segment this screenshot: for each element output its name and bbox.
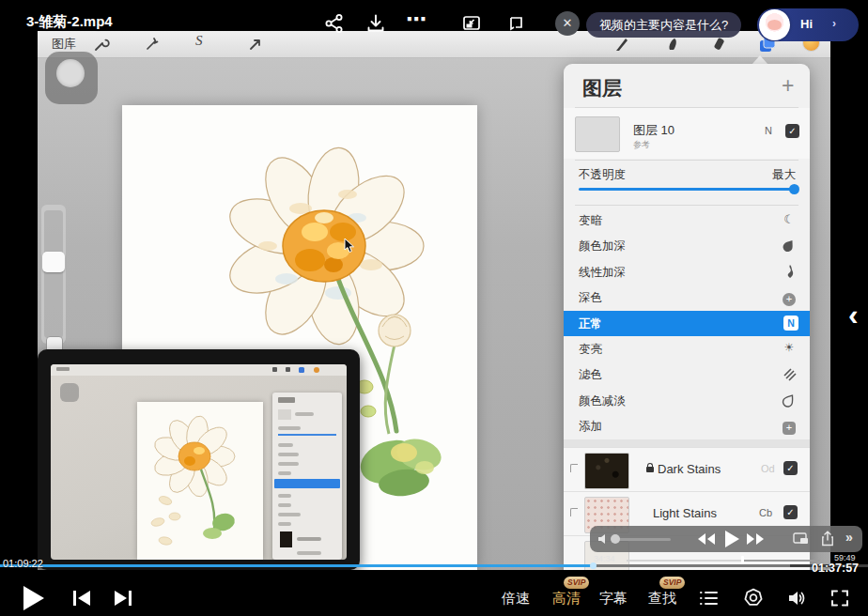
opacity-label: 不透明度 xyxy=(579,167,626,183)
opacity-slider-knob[interactable] xyxy=(789,184,799,194)
eraser-icon[interactable] xyxy=(710,35,729,54)
inset-gallery xyxy=(56,367,70,371)
brush-size-slider[interactable] xyxy=(41,205,66,344)
assistant-pill[interactable]: Hi › xyxy=(757,8,859,41)
layer-blend-code[interactable]: Cb xyxy=(759,507,772,518)
smudge-icon[interactable] xyxy=(663,35,682,54)
current-time: 01:09:22 xyxy=(3,558,43,569)
cast-icon[interactable] xyxy=(504,12,526,35)
drawer-chevron-icon[interactable]: ‹ xyxy=(848,298,859,332)
layer-blend-code[interactable]: Od xyxy=(761,463,775,474)
flame-icon xyxy=(782,264,797,279)
inset-dark-thumb xyxy=(280,531,292,547)
prev-episode-button[interactable] xyxy=(71,589,92,608)
blend-mode-darker-color[interactable]: 深色 + xyxy=(564,285,810,310)
divider xyxy=(575,160,798,161)
ai-question-bubble[interactable]: 视频的主要内容是什么? xyxy=(586,12,741,38)
blend-mode-lighten[interactable]: 变亮 ☀ xyxy=(564,336,810,362)
touch-indicator xyxy=(45,52,98,104)
blend-mode-darken[interactable]: 变暗 ☾ xyxy=(564,208,810,233)
search-button[interactable]: 查找 xyxy=(648,590,676,608)
video-title: 3-雏菊-2.mp4 xyxy=(26,13,113,31)
selection-icon[interactable]: S xyxy=(195,33,214,52)
layers-panel-title: 图层 xyxy=(582,75,622,101)
play-icon[interactable] xyxy=(723,530,740,548)
pip-icon[interactable] xyxy=(793,532,810,546)
sun-icon: ☀ xyxy=(782,341,797,356)
brush-icon[interactable] xyxy=(612,35,631,54)
progress-bar[interactable] xyxy=(0,564,868,567)
wrench-icon[interactable] xyxy=(92,35,111,54)
layer-name: 图层 10 xyxy=(633,122,674,139)
speed-button[interactable]: 倍速 xyxy=(502,590,530,608)
forward-icon[interactable] xyxy=(746,532,765,546)
blend-mode-color-burn[interactable]: 颜色加深 xyxy=(564,233,810,258)
lock-icon xyxy=(646,467,654,472)
add-layer-button[interactable]: + xyxy=(782,73,794,99)
inset-tool-dot xyxy=(286,367,290,372)
layer-thumbnail[interactable] xyxy=(584,453,629,489)
played-bar xyxy=(0,564,590,567)
inset-layers-dot xyxy=(299,367,304,373)
download-icon[interactable] xyxy=(364,12,387,35)
inner-elapsed-time: 34:34 xyxy=(594,554,615,563)
divider xyxy=(575,205,798,206)
rewind-icon[interactable] xyxy=(697,532,716,546)
svip-badge: SVIP xyxy=(659,577,685,589)
layer-thumbnail[interactable] xyxy=(575,116,620,152)
svip-badge: SVIP xyxy=(564,577,589,589)
inset-tool-dot xyxy=(272,367,277,372)
volume-knob[interactable] xyxy=(611,534,620,544)
video-content[interactable]: 图库 S xyxy=(38,31,830,570)
chevron-right-icon: › xyxy=(832,17,836,30)
blend-mode-linear-burn[interactable]: 线性加深 xyxy=(564,259,810,285)
pip-icon[interactable] xyxy=(460,12,483,35)
blend-mode-add[interactable]: 添加 + xyxy=(564,413,810,439)
next-episode-button[interactable] xyxy=(113,589,133,608)
dodge-icon xyxy=(782,393,797,408)
blend-mode-normal-selected[interactable]: 正常 N xyxy=(564,311,810,336)
inset-screen xyxy=(51,364,347,560)
subtitles-button[interactable]: 字幕 xyxy=(599,590,628,608)
pip-inset-video[interactable] xyxy=(38,349,360,570)
close-icon[interactable]: ✕ xyxy=(555,11,580,36)
play-button[interactable] xyxy=(22,584,46,612)
share-icon[interactable] xyxy=(821,531,834,547)
layer-visibility-checkbox[interactable]: ✓ xyxy=(783,461,798,475)
layers-panel: 图层 + 图层 10 参考 N ✓ 不透明度 最大 变暗 ☾ xyxy=(564,64,810,570)
layer-tag: 参考 xyxy=(633,139,650,151)
share-icon[interactable] xyxy=(323,12,346,35)
volume-slider[interactable] xyxy=(612,538,671,541)
blend-mode-color-dodge[interactable]: 颜色减淡 xyxy=(564,388,810,413)
fullscreen-icon[interactable] xyxy=(829,587,851,609)
opacity-value: 最大 xyxy=(772,167,796,183)
layer-visibility-checkbox[interactable]: ✓ xyxy=(785,124,799,138)
layer-row-active[interactable]: 图层 10 参考 N ✓ xyxy=(564,108,810,159)
screen: 图库 S xyxy=(0,0,868,616)
group-corner xyxy=(570,464,578,472)
normal-badge: N xyxy=(783,316,798,331)
layer-row-dark-stains[interactable]: Dark Stains Od ✓ xyxy=(564,447,810,492)
inner-progress-bar[interactable] xyxy=(627,560,820,562)
transform-icon[interactable] xyxy=(246,35,265,54)
inset-canvas xyxy=(137,402,263,560)
layer-visibility-checkbox[interactable]: ✓ xyxy=(783,505,798,519)
layer-blend-code[interactable]: N xyxy=(765,125,772,136)
opacity-slider[interactable] xyxy=(579,188,795,191)
playlist-icon[interactable] xyxy=(697,587,720,609)
volume-icon[interactable] xyxy=(785,587,808,609)
record-icon[interactable] xyxy=(742,587,765,609)
layer-name: Dark Stains xyxy=(646,462,721,476)
adjust-icon[interactable] xyxy=(143,35,162,54)
inner-player-overlay[interactable]: » xyxy=(590,526,862,552)
quality-button[interactable]: 高清 xyxy=(552,590,581,608)
slider-handle[interactable] xyxy=(42,252,65,272)
circle-plus-icon: + xyxy=(782,289,797,304)
hatch-icon xyxy=(782,366,797,381)
more-icon[interactable]: ⋯ xyxy=(406,8,428,30)
more-chevrons[interactable]: » xyxy=(845,530,853,545)
inset-selected-row xyxy=(274,479,340,488)
blend-mode-screen[interactable]: 滤色 xyxy=(564,362,810,387)
assistant-avatar xyxy=(759,9,790,40)
mute-icon[interactable] xyxy=(597,532,611,546)
